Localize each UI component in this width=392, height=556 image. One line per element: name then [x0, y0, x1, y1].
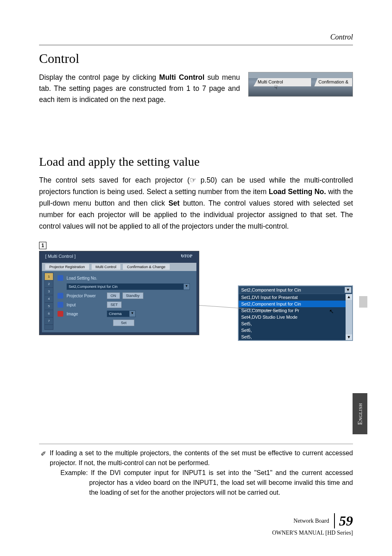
page-badge: 1: [39, 242, 46, 249]
nav-4: 4: [45, 295, 53, 303]
intro-paragraph: Display the control page by clicking Mul…: [39, 72, 240, 105]
power-icon: [58, 293, 63, 299]
nav-1: 1: [45, 273, 53, 280]
load-setting-label: Load Setting No.: [67, 276, 104, 280]
language-tab: English: [353, 393, 367, 434]
dropdown-list: Set1,DVI Input for Presentat Set2,Compon…: [239, 294, 352, 340]
set-button[interactable]: Set: [113, 320, 134, 326]
power-standby-button[interactable]: Standby: [122, 292, 143, 299]
cursor-icon: ☟: [274, 84, 278, 91]
screenshot-main: [ Multi Control ] ↻TOP Projector Registr…: [39, 251, 199, 335]
tab-confirmation: Confirmation &: [314, 78, 352, 86]
tab-confirmation-change: Confirmation & Change: [123, 264, 170, 270]
dropdown-selected[interactable]: Set2,Component Input for Cin ▼: [239, 286, 352, 294]
body-paragraph: The control sets saved for each projecto…: [39, 174, 353, 232]
heading-control: Control: [39, 51, 353, 66]
side-thumb-tab: [359, 296, 367, 308]
dropdown-screenshot: Set2,Component Input for Cin ▼ Set1,DVI …: [238, 285, 353, 341]
input-set-button[interactable]: SET: [107, 301, 122, 308]
chevron-down-icon[interactable]: ▼: [129, 311, 135, 317]
dropdown-item[interactable]: Set6,: [239, 327, 352, 334]
tab-screenshot: Multi Control Confirmation & ☟: [248, 72, 353, 97]
footnote: ✐ If loading a set to the multiple proje…: [39, 448, 353, 498]
top-refresh-icon: ↻TOP: [181, 254, 192, 258]
chevron-down-icon[interactable]: ▼: [184, 284, 189, 290]
screenshot-tabs: Projector Registration Multi Control Con…: [42, 263, 196, 271]
scroll-down-icon[interactable]: ▼: [346, 334, 352, 340]
heading-load-apply: Load and apply the setting value: [39, 155, 353, 169]
input-label: Input: [67, 303, 104, 307]
tab-multi-control: Multi Control: [254, 78, 311, 86]
dropdown-item[interactable]: Set5,: [239, 320, 352, 327]
footnote-example: Example: If the DVI computer input for I…: [50, 468, 353, 498]
tab-multi-control-inner: Multi Control: [92, 264, 121, 270]
load-icon: [58, 275, 63, 281]
power-on-button[interactable]: ON: [107, 292, 120, 299]
nav-2: 2: [45, 280, 53, 288]
divider-bottom: [39, 444, 353, 444]
window-title: [ Multi Control ]: [45, 254, 76, 259]
nav-6: 6: [45, 310, 53, 317]
projector-power-label: Projector Power: [67, 294, 104, 298]
header-section-label: Control: [39, 33, 353, 42]
tab-projector-registration: Projector Registration: [45, 264, 89, 270]
divider-top: [39, 45, 353, 45]
screenshots-container: 1 [ Multi Control ] ↻TOP Projector Regis…: [39, 244, 353, 341]
note-icon: ✐: [41, 449, 46, 459]
dropdown-item[interactable]: Set4,DVD Studio Live Mode: [239, 314, 352, 320]
nav-7: 7: [45, 317, 53, 325]
input-icon: [58, 302, 63, 308]
load-setting-dropdown[interactable]: Set2,Component Input for Cin▼: [67, 283, 190, 290]
page-number: 59: [334, 513, 353, 528]
scroll-up-icon[interactable]: ▲: [346, 294, 352, 300]
image-icon: [58, 311, 63, 317]
page-footer: Network Board 59 OWNER'S MANUAL [HD Seri…: [272, 513, 353, 536]
page-nav: 1 2 3 4 5 6 7: [44, 273, 53, 330]
dropdown-item[interactable]: Set1,DVI Input for Presentat: [239, 294, 352, 301]
image-dropdown[interactable]: Cinema▼: [107, 310, 136, 317]
dropdown-item[interactable]: Set5,: [239, 334, 352, 340]
dropdown-item-selected[interactable]: Set2,Component Input for Cin: [239, 301, 352, 307]
scrollbar[interactable]: ▲ ▼: [346, 294, 352, 340]
nav-5: 5: [45, 303, 53, 310]
cursor-icon: ↖: [329, 308, 334, 315]
chevron-down-icon[interactable]: ▼: [345, 287, 351, 293]
image-label: Image: [67, 312, 104, 316]
dropdown-item[interactable]: Set3,Computer Setting for Pr: [239, 307, 352, 314]
nav-3: 3: [45, 288, 53, 295]
